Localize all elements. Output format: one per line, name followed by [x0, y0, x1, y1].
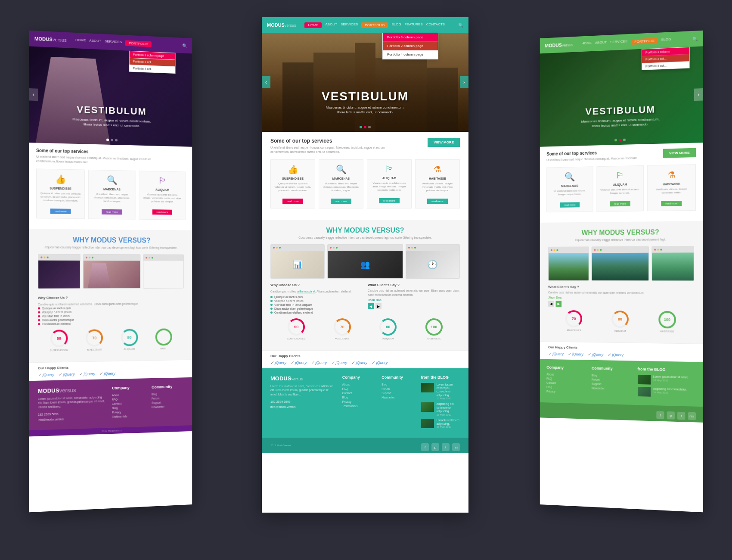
center-svc1-readmore[interactable]: read more — [282, 199, 303, 204]
center-gauge-2: 70 MAECENAS — [321, 318, 364, 340]
center-svc2-icon: 🔍 — [323, 164, 360, 174]
right-why-section: WHY MODUS VERSUS? Cqucurnas causally tra… — [540, 221, 703, 344]
right-footer-social: f p t rss — [656, 411, 696, 420]
center-gauge-1: 50 SUSPENDISSE — [275, 318, 318, 340]
right-hero-next[interactable]: › — [694, 88, 703, 101]
center-gauge-3: 80 ALIQUAM — [366, 318, 410, 340]
right-svc-1: 🔍 MARCENAS Ut eleifend libero sed neque.… — [546, 166, 593, 212]
right-gauge-3: 100 HABITASSE — [645, 311, 689, 333]
center-screenshot-2: 👥 — [327, 244, 403, 279]
center-screenshot-3: 🕐 — [406, 244, 460, 279]
center-svc-1: 👍 SUSPENDISSE Quisque id tellus quis nis… — [270, 159, 315, 208]
right-svc1-readmore[interactable]: read more — [560, 202, 580, 208]
left-service-3: 🏳 ALIQUAM Vivamus quis ante bib arcu. Im… — [139, 171, 186, 220]
left-svc1-icon: 👍 — [40, 173, 81, 184]
center-why-section: WHY MODUS VERSUS? Cqucurnas causally tra… — [262, 220, 468, 350]
right-screenshot-3 — [651, 246, 694, 281]
center-svc3-icon: 🏳 — [371, 164, 408, 174]
right-services-title: Some of our top services — [546, 149, 637, 156]
center-svc-3: 🏳 ALIQUAM Vivamus quis ante bibendum arc… — [367, 159, 412, 208]
left-gauge-3: 80 ALIQUAM — [113, 329, 146, 351]
right-service-cards: 🔍 MARCENAS Ut eleifend libero sed neque.… — [546, 164, 696, 212]
right-clients: Our Happy Clients ✓ jQuery ✓ jQuery ✓ jQ… — [540, 342, 703, 362]
left-services: Some of our top services Ut eleifend lib… — [29, 143, 192, 230]
left-svc3-icon: 🏳 — [143, 175, 182, 186]
right-client-say: What Client's Say ? Candive quis nisi te… — [548, 285, 694, 308]
center-svc1-icon: 👍 — [274, 164, 311, 174]
center-hero-prev[interactable]: ‹ — [262, 76, 270, 88]
center-footer-social: f p t rss — [421, 443, 460, 451]
rss-icon[interactable]: rss — [452, 443, 460, 451]
right-screenshots — [548, 246, 694, 281]
left-why-title: WHY MODUS VERSUS? — [38, 236, 184, 245]
left-screenshot-3 — [143, 254, 184, 288]
right-svc-3: ⚗ HABITASSE Aenlficatia ultrices. Imager… — [647, 164, 696, 211]
facebook-icon[interactable]: f — [421, 443, 429, 451]
center-hero-title: VESTIBULUM — [262, 90, 468, 103]
right-twitter-icon[interactable]: t — [677, 412, 685, 420]
center-footer-blog: from the BLOG Lorem ipsum consequat, con… — [421, 375, 460, 431]
right-gauges: 70 MAECENAS 80 ALIQUAM 100 HABITASSE — [548, 307, 694, 336]
left-why-choose: Why Choose Us ? Candive quis nisi lorem … — [38, 295, 184, 326]
center-svc-2: 🔍 MARCENAS Ut eleifend libero sed neque … — [319, 159, 363, 208]
center-svc2-readmore[interactable]: read more — [331, 199, 351, 204]
center-services: Some of our top services Ut eleifend lib… — [262, 132, 468, 220]
right-svc2-readmore[interactable]: read more — [610, 201, 630, 206]
right-rss-icon[interactable]: rss — [688, 412, 696, 420]
left-gauge-1: 50 SUSPENDISSE — [42, 330, 75, 352]
center-svc4-icon: ⚗ — [419, 164, 456, 174]
twitter-icon[interactable]: t — [442, 443, 450, 451]
center-screenshots: 📊 👥 🕐 — [270, 244, 460, 279]
center-nav-links: HOME ABOUT SERVICES PORTFOLIO BLOG FEATU… — [304, 22, 445, 28]
center-services-title: Some of our top services — [270, 138, 400, 144]
center-svc-4: ⚗ HABITASSE Aenlficatia ultrices. Imager… — [415, 159, 460, 208]
right-gauge-1: 70 MAECENAS — [552, 310, 596, 332]
center-svc4-readmore[interactable]: read more — [427, 199, 447, 204]
center-why-title: WHY MODUS VERSUS? — [270, 227, 460, 234]
right-client-prev[interactable]: ◀ — [548, 301, 554, 307]
right-svc2-icon: 🏳 — [600, 170, 640, 181]
left-service-2: 🔍 MAECENAS Ut eleifend libero sed neque … — [88, 169, 136, 219]
center-view-more-btn[interactable]: VIEW MORE — [428, 138, 460, 147]
right-nav-links: HOME ABOUT SERVICES PORTFOLIO BLOG — [582, 37, 671, 47]
right-svc3-readmore[interactable]: read more — [661, 201, 682, 206]
client-prev-btn[interactable]: ◀ — [368, 303, 374, 309]
center-logo: MODUSversus — [267, 22, 296, 28]
left-hero-prev[interactable]: ‹ — [29, 88, 38, 101]
right-pinterest-icon[interactable]: p — [667, 411, 675, 420]
center-footer-bottom: 2013 ModuVersus f p t rss — [262, 438, 468, 453]
left-dropdown: Portfolio 3 column page Portfolio 2 col.… — [129, 51, 176, 74]
left-svc2-readmore[interactable]: read more — [102, 209, 122, 215]
left-footer: MODUSversus Lorem ipsum dolor sit amet, … — [29, 377, 192, 430]
left-nav-links: HOME ABOUT SERVICES PORTFOLIO — [75, 37, 152, 47]
center-dropdown: Portfolio 3 column page Portfolio 2 colu… — [382, 33, 438, 59]
left-screenshot-1 — [38, 254, 80, 289]
left-svc1-readmore[interactable]: read more — [50, 208, 71, 214]
center-gauge-4: 100 HABITASSE — [413, 318, 456, 340]
client-next-btn[interactable]: ▶ — [375, 303, 382, 309]
left-nav-search: 🔍 — [182, 43, 187, 48]
right-client-next[interactable]: ▶ — [556, 301, 562, 307]
pinterest-icon[interactable]: p — [431, 443, 439, 451]
center-screenshot-1: 📊 — [270, 244, 325, 279]
right-card: MODUSversus HOME ABOUT SERVICES PORTFOLI… — [540, 31, 703, 513]
right-svc1-icon: 🔍 — [550, 171, 589, 182]
right-gauge-2: 80 ALIQUAM — [598, 311, 642, 333]
right-facebook-icon[interactable]: f — [656, 411, 664, 420]
center-clients: Our Happy Clients ✓ jQuery ✓ jQuery ✓ jQ… — [262, 350, 468, 368]
left-gauge-4: HABI... — [148, 328, 180, 350]
right-logo: MODUSversus — [545, 42, 573, 48]
center-hero-subtitle: Maecenas tincidunt, augue et rutrum cond… — [262, 105, 468, 115]
center-why-choose: Why Choose Us ? Candive quis nisi tes ur… — [270, 283, 363, 315]
left-gauge-2: 70 MAECENAS — [78, 329, 111, 351]
left-screenshots — [38, 254, 184, 289]
right-view-more-btn[interactable]: VIEW MORE — [663, 148, 696, 158]
center-hero-next[interactable]: › — [460, 76, 468, 88]
center-svc3-readmore[interactable]: read more — [379, 198, 399, 203]
center-search-icon[interactable]: 🔍 — [458, 23, 463, 28]
left-gauges: 50 SUSPENDISSE 70 MAECENAS 80 ALIQUAM HA… — [38, 325, 184, 355]
left-svc3-readmore[interactable]: read more — [152, 209, 172, 215]
right-search-icon[interactable]: 🔍 — [692, 36, 698, 41]
right-dropdown: Portfolio 3 column Portfolio 2 col... Po… — [642, 47, 690, 70]
left-why-section: WHY MODUS VERSUS? Cqucurnas causally tra… — [29, 229, 192, 362]
